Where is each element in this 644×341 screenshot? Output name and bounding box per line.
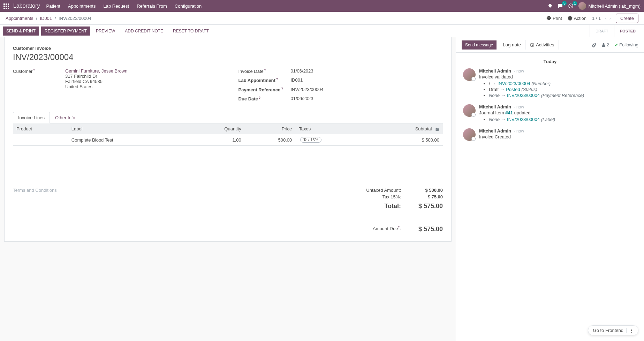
- msg-text: Invoice Created: [479, 134, 637, 139]
- print-button[interactable]: Print: [546, 16, 562, 21]
- total-value: $ 575.00: [411, 203, 443, 210]
- breadcrumb-id001[interactable]: ID001: [40, 16, 52, 21]
- chatter-date: Today: [463, 59, 637, 64]
- svg-rect-7: [6, 8, 7, 9]
- invoice-subtitle: Customer Invoice: [13, 46, 443, 51]
- th-product[interactable]: Product: [13, 123, 68, 134]
- customer-link[interactable]: Gemini Furniture, Jesse Brown: [65, 68, 218, 74]
- user-name: Mitchell Admin (lab_mgm): [588, 3, 641, 9]
- th-subtotal[interactable]: Subtotal: [367, 123, 443, 134]
- due-date-value[interactable]: 01/06/2023: [291, 96, 443, 101]
- th-price[interactable]: Price: [245, 123, 296, 134]
- cell-price[interactable]: 500.00: [245, 134, 296, 146]
- msg-time: - now: [514, 129, 524, 134]
- app-title[interactable]: Laboratory: [13, 3, 40, 9]
- nav-appointments[interactable]: Appointments: [68, 3, 96, 9]
- th-quantity[interactable]: Quantity: [187, 123, 245, 134]
- amount-due-value: $ 575.00: [411, 224, 443, 233]
- svg-rect-6: [3, 8, 5, 9]
- tax-pill: Tax 15%: [300, 137, 321, 143]
- more-icon[interactable]: ⋮: [626, 328, 637, 333]
- nav-configuration[interactable]: Configuration: [175, 3, 202, 9]
- status-draft[interactable]: DRAFT: [590, 25, 614, 37]
- msg-time: - now: [514, 105, 524, 109]
- add-credit-note-button[interactable]: ADD CREDIT NOTE: [121, 26, 167, 36]
- invoice-lines-table: Product Label Quantity Price Taxes Subto…: [13, 123, 443, 160]
- terms-input[interactable]: Terms and Conditions: [13, 188, 324, 233]
- nav-referrals[interactable]: Referrals From: [137, 3, 167, 9]
- send-print-button[interactable]: SEND & PRINT: [3, 26, 39, 36]
- pager-prev-icon[interactable]: ‹: [604, 16, 608, 21]
- avatar-icon: [463, 128, 476, 141]
- debug-icon[interactable]: [548, 3, 553, 8]
- pager[interactable]: 1 / 1: [592, 16, 601, 21]
- register-payment-button[interactable]: REGISTER PAYMENT: [41, 26, 90, 36]
- cell-product[interactable]: [13, 134, 68, 146]
- cell-quantity[interactable]: 1.00: [187, 134, 245, 146]
- user-menu[interactable]: Mitchell Admin (lab_mgm): [578, 2, 641, 10]
- invoice-number: INV/2023/00004: [13, 52, 443, 62]
- nav-lab-request[interactable]: Lab Request: [103, 3, 129, 9]
- lab-appointment-value[interactable]: ID001: [291, 77, 443, 83]
- chatter: Send message Log note Activities 2 Follo…: [456, 37, 644, 341]
- breadcrumb-appointments[interactable]: Appointments: [6, 16, 33, 21]
- messages-icon[interactable]: 5: [558, 3, 563, 9]
- payment-reference-value[interactable]: INV/2023/00004: [291, 87, 443, 92]
- action-button[interactable]: Action: [568, 16, 586, 21]
- svg-rect-1: [6, 3, 7, 5]
- th-label[interactable]: Label: [68, 123, 187, 134]
- create-button[interactable]: Create: [616, 14, 638, 23]
- send-message-button[interactable]: Send message: [462, 40, 497, 50]
- form-sheet: Customer Invoice INV/2023/00004 Customer…: [4, 37, 452, 242]
- messages-badge: 5: [562, 1, 567, 6]
- activities-badge: 1: [573, 1, 577, 6]
- attachments-icon[interactable]: [591, 43, 596, 47]
- change-item: /→INV/2023/00004 (Number): [489, 81, 637, 86]
- tax-value: $ 75.00: [411, 194, 443, 199]
- top-nav: Laboratory Patient Appointments Lab Requ…: [0, 0, 644, 12]
- customer-address2: Fairfield CA 94535: [65, 79, 218, 84]
- invoice-date-label: Invoice Date?: [238, 68, 291, 74]
- svg-rect-3: [3, 6, 5, 7]
- message: Mitchell Admin - now Journal Item #41 up…: [463, 104, 637, 123]
- cell-taxes[interactable]: Tax 15%: [295, 134, 367, 146]
- followers-button[interactable]: 2: [601, 42, 609, 47]
- msg-author[interactable]: Mitchell Admin: [479, 104, 511, 109]
- apps-icon[interactable]: [3, 3, 9, 9]
- svg-rect-4: [6, 6, 7, 7]
- cell-label[interactable]: Complete Blood Test: [68, 134, 187, 146]
- customer-address3: United States: [65, 84, 218, 89]
- preview-button[interactable]: PREVIEW: [92, 26, 119, 36]
- lab-appointment-label: Lab Appointment?: [238, 77, 291, 83]
- activities-icon[interactable]: 1: [568, 3, 574, 9]
- log-note-button[interactable]: Log note: [499, 40, 525, 50]
- following-button[interactable]: Following: [614, 42, 638, 47]
- msg-text: Invoice validated: [479, 74, 637, 79]
- pager-next-icon[interactable]: ›: [608, 16, 612, 21]
- columns-settings-icon[interactable]: [435, 126, 439, 131]
- change-item: None→INV/2023/00004 (Label): [489, 117, 637, 122]
- svg-rect-0: [3, 3, 5, 5]
- due-date-label: Due Date?: [238, 96, 291, 101]
- tab-invoice-lines[interactable]: Invoice Lines: [13, 112, 50, 123]
- table-row[interactable]: Complete Blood Test 1.00 500.00 Tax 15% …: [13, 134, 443, 146]
- breadcrumb-current: INV/2023/00004: [59, 16, 91, 21]
- nav-patient[interactable]: Patient: [46, 3, 60, 9]
- breadcrumb: Appointments / ID001 / INV/2023/00004: [6, 16, 91, 21]
- avatar-icon: [463, 68, 476, 81]
- goto-frontend-button[interactable]: Go to Frontend ⋮: [588, 325, 638, 335]
- activities-button[interactable]: Activities: [525, 40, 559, 50]
- status-posted[interactable]: POSTED: [614, 25, 641, 37]
- reset-to-draft-button[interactable]: RESET TO DRAFT: [169, 26, 212, 36]
- msg-author[interactable]: Mitchell Admin: [479, 128, 511, 134]
- msg-text: Journal Item #41 updated: [479, 110, 637, 115]
- message: Mitchell Admin - now Invoice Created: [463, 128, 637, 141]
- cell-subtotal[interactable]: $ 500.00: [367, 134, 443, 146]
- svg-rect-2: [8, 3, 9, 5]
- svg-point-17: [603, 43, 604, 45]
- msg-author[interactable]: Mitchell Admin: [479, 68, 511, 74]
- th-taxes[interactable]: Taxes: [295, 123, 367, 134]
- invoice-date-value[interactable]: 01/06/2023: [291, 68, 443, 74]
- tab-other-info[interactable]: Other Info: [50, 112, 81, 123]
- msg-time: - now: [514, 69, 524, 74]
